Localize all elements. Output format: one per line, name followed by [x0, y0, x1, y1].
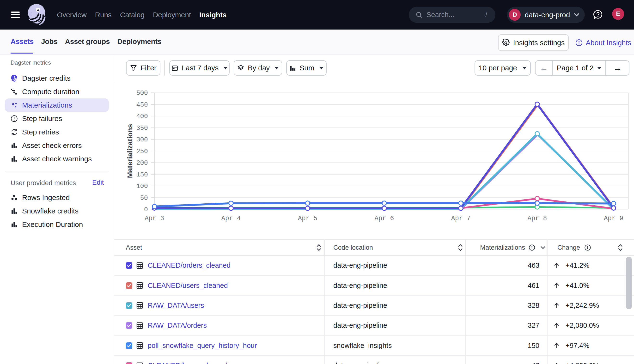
svg-text:450: 450 — [136, 101, 148, 108]
svg-text:Apr 5: Apr 5 — [298, 215, 317, 222]
svg-text:50: 50 — [140, 194, 148, 202]
svg-text:Apr 4: Apr 4 — [221, 215, 241, 222]
svg-text:Apr 6: Apr 6 — [374, 215, 394, 222]
svg-text:350: 350 — [136, 124, 148, 132]
svg-text:400: 400 — [136, 113, 148, 120]
svg-text:100: 100 — [136, 183, 148, 190]
svg-text:200: 200 — [136, 160, 148, 167]
svg-text:300: 300 — [136, 136, 148, 143]
svg-text:Materializations: Materializations — [126, 124, 134, 178]
svg-text:Apr 3: Apr 3 — [144, 215, 164, 222]
svg-text:500: 500 — [136, 90, 148, 97]
svg-text:Apr 9: Apr 9 — [604, 215, 623, 222]
svg-text:Apr 7: Apr 7 — [451, 215, 470, 222]
svg-text:250: 250 — [136, 148, 148, 155]
svg-text:150: 150 — [136, 171, 148, 178]
svg-text:0: 0 — [144, 206, 148, 213]
svg-text:Apr 8: Apr 8 — [527, 215, 547, 222]
